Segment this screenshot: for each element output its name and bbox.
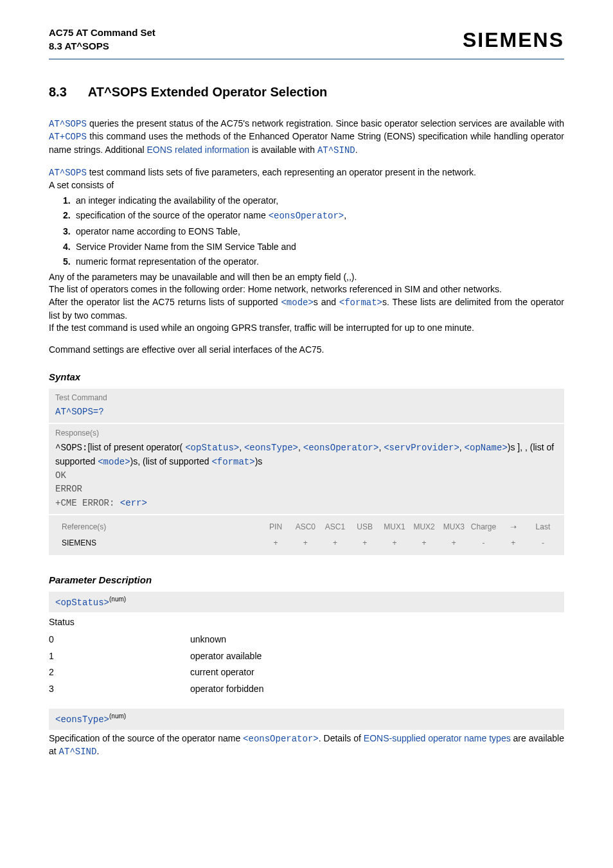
eonstype-header: <eonsType>(num) bbox=[49, 709, 564, 729]
response-line-1: ^SOPS:[list of present operator( <opStat… bbox=[55, 441, 558, 469]
eons-operator-link[interactable]: <eonsOperator> bbox=[269, 211, 344, 221]
eonstype-link[interactable]: <eonsType> bbox=[244, 443, 298, 453]
row-desc: current operator bbox=[190, 666, 254, 679]
col-asc1: ASC1 bbox=[320, 519, 350, 535]
val-pin: + bbox=[261, 535, 290, 551]
table-row: 3operator forbidden bbox=[49, 681, 564, 698]
response-label: Response(s) bbox=[55, 428, 558, 439]
row-desc: operator forbidden bbox=[190, 683, 263, 696]
intro-text-1d: . bbox=[355, 145, 358, 155]
list-item: 3.operator name according to EONS Table, bbox=[63, 226, 564, 238]
li-text: operator name according to EONS Table, bbox=[76, 226, 240, 236]
eonstype-desc: Specification of the source of the opera… bbox=[49, 732, 564, 759]
eonsoperator-link-2[interactable]: <eonsOperator> bbox=[243, 734, 319, 744]
syntax-heading: Syntax bbox=[49, 370, 564, 384]
p6b: s and bbox=[314, 297, 339, 307]
resp-prefix: ^SOPS: bbox=[55, 443, 87, 453]
resp-t4: )s bbox=[255, 456, 263, 466]
row-val: 1 bbox=[49, 650, 190, 663]
format-link[interactable]: <format> bbox=[339, 297, 382, 308]
ref-value-row: SIEMENS + + + + + + + - + - bbox=[55, 535, 558, 551]
val-mux2: + bbox=[409, 535, 439, 551]
brand-logo: SIEMENS bbox=[463, 26, 564, 55]
col-last: Last bbox=[528, 519, 558, 535]
eonsoperator-link[interactable]: <eonsOperator> bbox=[303, 443, 379, 453]
section-ref: 8.3 AT^SOPS bbox=[49, 39, 155, 53]
at-cops-link[interactable]: AT+COPS bbox=[49, 132, 87, 142]
c4: , bbox=[459, 442, 465, 452]
opstatus-table: Status 0unknown 1operator available 2cur… bbox=[49, 616, 564, 697]
col-charge: Charge bbox=[468, 519, 498, 535]
serial-note: Command settings are effective over all … bbox=[49, 344, 564, 357]
et-d: . bbox=[96, 746, 99, 756]
et-b: . Details of bbox=[319, 733, 364, 743]
test-command-value: AT^SOPS=? bbox=[55, 406, 558, 419]
list-item: 1.an integer indicating the availability… bbox=[63, 195, 564, 208]
eonstype-name: <eonsType> bbox=[55, 714, 109, 725]
mode-link[interactable]: <mode> bbox=[281, 297, 313, 308]
mode-format-line: After the operator list the AC75 returns… bbox=[49, 296, 564, 322]
response-cme: +CME ERROR: <err> bbox=[55, 496, 558, 510]
col-mux1: MUX1 bbox=[380, 519, 409, 535]
at-sind-link[interactable]: AT^SIND bbox=[317, 145, 355, 155]
section-number: 8.3 bbox=[49, 83, 85, 101]
opname-link[interactable]: <opName> bbox=[465, 443, 508, 453]
mode-link-2[interactable]: <mode> bbox=[98, 457, 130, 467]
col-usb: USB bbox=[350, 519, 380, 535]
row-val: 2 bbox=[49, 666, 190, 679]
format-link-2[interactable]: <format> bbox=[211, 457, 254, 467]
intro-paragraph: AT^SOPS queries the present status of th… bbox=[49, 118, 564, 157]
row-val: 0 bbox=[49, 633, 190, 646]
li-text: numeric format representation of the ope… bbox=[76, 256, 259, 267]
row-desc: unknown bbox=[190, 633, 226, 646]
set-list: 1.an integer indicating the availability… bbox=[49, 195, 564, 269]
val-asc0: + bbox=[290, 535, 320, 551]
test-command-label: Test Command bbox=[55, 393, 558, 403]
opstatus-name: <opStatus> bbox=[55, 598, 109, 608]
set-consists: A set consists of bbox=[49, 179, 564, 192]
header-left: AC75 AT Command Set 8.3 AT^SOPS bbox=[49, 26, 155, 53]
et-a: Specification of the source of the opera… bbox=[49, 733, 243, 743]
table-row: 1operator available bbox=[49, 648, 564, 665]
gprs-note: If the test command is used while an ong… bbox=[49, 322, 564, 335]
val-usb: + bbox=[350, 535, 380, 551]
at-sops-link-2[interactable]: AT^SOPS bbox=[49, 168, 87, 178]
status-label: Status bbox=[49, 616, 564, 629]
testcmd-line-1: AT^SOPS test command lists sets of five … bbox=[49, 166, 564, 180]
val-asc1: + bbox=[320, 535, 350, 551]
eons-info-link[interactable]: EONS related information bbox=[147, 145, 250, 155]
resp-t3: )s, (list of supported bbox=[130, 456, 212, 466]
err-link[interactable]: <err> bbox=[120, 498, 147, 508]
col-mux3: MUX3 bbox=[439, 519, 468, 535]
cme-prefix: +CME ERROR: bbox=[55, 498, 120, 508]
list-item: 5.numeric format representation of the o… bbox=[63, 256, 564, 269]
at-sind-link-2[interactable]: AT^SIND bbox=[59, 747, 97, 757]
reference-table: Reference(s) PIN ASC0 ASC1 USB MUX1 MUX2… bbox=[49, 515, 564, 555]
val-mux1: + bbox=[380, 535, 409, 551]
empty-field-note: Any of the parameters may be unavailable… bbox=[49, 271, 564, 284]
table-row: 0unknown bbox=[49, 632, 564, 648]
val-arrow: + bbox=[499, 535, 528, 551]
opstatus-link[interactable]: <opStatus> bbox=[185, 443, 239, 453]
eons-types-link[interactable]: EONS-supplied operator name types bbox=[364, 733, 511, 743]
val-mux3: + bbox=[439, 535, 468, 551]
opstatus-sup: (num) bbox=[109, 596, 126, 603]
reference-label: Reference(s) bbox=[55, 519, 261, 535]
servprovider-link[interactable]: <servProvider> bbox=[384, 443, 459, 453]
opstatus-header: <opStatus>(num) bbox=[49, 592, 564, 612]
operator-order: The list of operators comes in the follo… bbox=[49, 283, 564, 296]
at-sops-link[interactable]: AT^SOPS bbox=[49, 119, 87, 129]
col-asc0: ASC0 bbox=[290, 519, 320, 535]
list-item: 2.specification of the source of the ope… bbox=[63, 209, 564, 223]
testcmd-text: test command lists sets of five paramete… bbox=[87, 167, 476, 177]
intro-text-1a: queries the present status of the AC75's… bbox=[87, 118, 564, 128]
c1: , bbox=[239, 442, 244, 452]
col-arrow: ➝ bbox=[499, 519, 528, 535]
param-desc-heading: Parameter Description bbox=[49, 573, 564, 587]
row-val: 3 bbox=[49, 683, 190, 696]
doc-title: AC75 AT Command Set bbox=[49, 26, 155, 39]
col-mux2: MUX2 bbox=[409, 519, 439, 535]
c3: , bbox=[378, 442, 384, 452]
section-title-text: AT^SOPS Extended Operator Selection bbox=[88, 85, 328, 99]
test-command-box: Test Command AT^SOPS=? bbox=[49, 389, 564, 422]
